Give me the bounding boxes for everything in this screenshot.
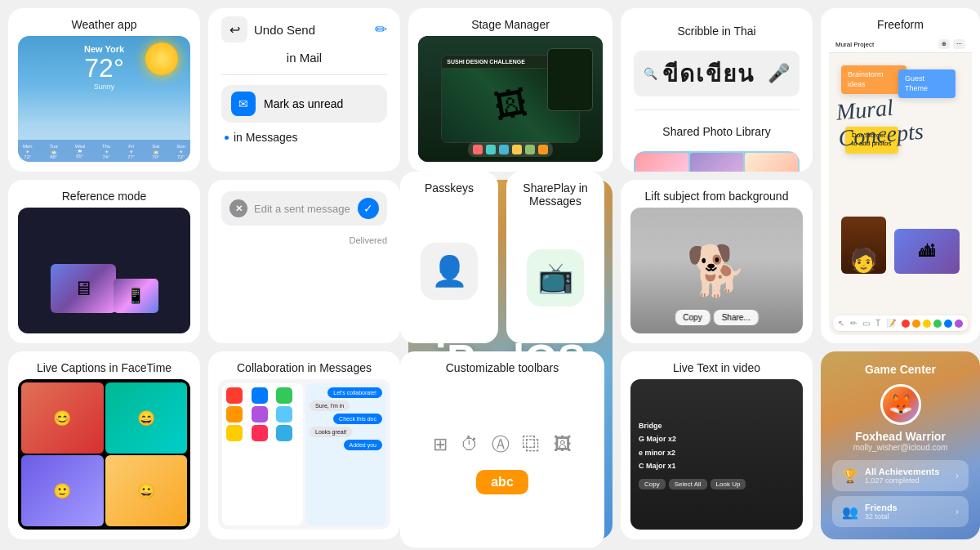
livetext-content: Bridge G Major x2 e minor x2 C Major x1 … (630, 379, 803, 530)
livetext-line1: Bridge (639, 419, 795, 432)
toolbar-icon-clock: ⏱ (461, 434, 479, 455)
scribble-search-bar: 🔍 ขีดเขียน 🎤 (634, 51, 800, 96)
ipad-icon: 📱 (127, 287, 145, 305)
sticky-note-orange[interactable]: Brainstorm ideas (841, 65, 906, 94)
freeform-btn-2[interactable]: ⋯ (953, 39, 965, 49)
weather-card: Weather app New York 72° Sunny Mon☀72° T… (8, 8, 200, 172)
collab-title: Collaboration in Messages (208, 351, 400, 379)
livetext-actions: Copy Select All Look Up (639, 479, 795, 490)
livetext-selectall-btn[interactable]: Select All (669, 479, 707, 490)
facetime-thumb-1: 😊 (21, 382, 104, 454)
achievements-icon: 🏆 (842, 468, 858, 484)
color-green[interactable] (933, 320, 942, 328)
photo-collage (634, 151, 800, 172)
lift-preview: 🐕 Copy Share... (630, 208, 803, 333)
game-friends-item[interactable]: 👥 Friends 32 total › (832, 496, 969, 527)
passkeys-toolbars-section: Passkeys 👤 SharePlay in Messages 📺 Custo… (400, 172, 604, 542)
toolbars-content: ⊞ ⏱ Ⓐ ⿻ 🖼 abc (400, 379, 604, 548)
color-blue[interactable] (944, 320, 952, 328)
collab-msg-sent-1: Let's collaborate! (327, 387, 382, 398)
collab-msg-recv-1: Sure, I'm in (310, 400, 350, 411)
weather-forecast-bar: Mon☀72° Tue⛅68° Wed🌧65° Thu☀74° Fri☀77° … (18, 140, 190, 162)
close-button[interactable]: ✕ (229, 199, 247, 217)
game-center-card: Game Center 🦊 Foxhead Warrior molly_wish… (821, 351, 980, 539)
friends-title: Friends (865, 503, 949, 512)
livetext-copy-btn[interactable]: Copy (639, 479, 666, 490)
mark-unread-icon: ✉ (231, 92, 256, 116)
weather-day-5: Fri☀77° (127, 144, 135, 159)
in-mail-label: in Mail (221, 51, 387, 65)
game-achievements-item[interactable]: 🏆 All Achievements 1,027 completed › (832, 460, 969, 491)
edit-sent-inner: ✕ Edit a sent message ✓ Delivered (208, 180, 400, 257)
reference-ipad: 📱 (114, 279, 158, 313)
tool-sticky[interactable]: 📝 (886, 319, 896, 328)
section-divider (634, 110, 800, 110)
person-thumbnail: 🧑 (841, 217, 886, 274)
collab-app-5 (252, 406, 268, 423)
in-messages-row: in Messages (221, 131, 387, 144)
color-purple[interactable] (955, 320, 963, 328)
livetext-preview: Bridge G Major x2 e minor x2 C Major x1 … (630, 379, 803, 530)
dog-emoji: 🐕 (686, 242, 747, 300)
confirm-button[interactable]: ✓ (358, 198, 379, 219)
share-btn[interactable]: Share... (714, 310, 759, 325)
passkeys-icon: 👤 (421, 243, 478, 300)
mark-unread-row[interactable]: ✉ Mark as unread (221, 85, 387, 123)
collab-msg-sent-2: Check this doc (333, 414, 382, 424)
game-avatar: 🦊 (880, 384, 921, 425)
freeform-photo-thumb: 🏙 (894, 229, 960, 274)
collab-app-9 (276, 425, 292, 441)
livetext-line4: C Major x1 (639, 459, 795, 472)
tool-cursor[interactable]: ↖ (838, 319, 844, 328)
monitor-icon: 🖥 (74, 277, 93, 300)
game-profile: 🦊 Foxhead Warrior molly_wisher@icloud.co… (832, 384, 969, 452)
freeform-handwriting: Mural Concepts (835, 88, 966, 151)
freeform-title: Freeform (821, 8, 980, 36)
freeform-btn-1[interactable]: ⊕ (938, 39, 950, 49)
livetext-lines: Bridge G Major x2 e minor x2 C Major x1 (639, 419, 795, 472)
lift-title: Lift subject from background (621, 180, 813, 208)
tool-shape[interactable]: ▭ (862, 319, 870, 328)
collab-apps-panel (222, 383, 303, 525)
collab-app-2 (252, 387, 268, 404)
color-orange[interactable] (912, 320, 920, 328)
undo-send-label: Undo Send (254, 23, 315, 37)
livetext-title: Live Text in video (621, 351, 813, 379)
achievements-sub: 1,027 completed (865, 476, 949, 485)
collab-card: Collaboration in Messages Let's col (208, 351, 400, 539)
friends-sub: 32 total (865, 512, 949, 521)
collab-messages-panel: Let's collaborate! Sure, I'm in Check th… (305, 383, 386, 525)
photo-thumb-content: 🏙 (894, 229, 960, 274)
blue-dot (225, 136, 229, 140)
freeform-canvas: Brainstorm ideas Guest Theme Don't forge… (829, 53, 972, 298)
weather-bar-row: Mon☀72° Tue⛅68° Wed🌧65° Thu☀74° Fri☀77° … (23, 143, 185, 160)
toolbars-card: Customizable toolbars ⊞ ⏱ Ⓐ ⿻ 🖼 abc (400, 351, 604, 548)
shareplay-card: SharePlay in Messages 📺 (506, 172, 604, 343)
facetime-thumb-3: 🙂 (21, 455, 104, 526)
tool-text[interactable]: T (875, 319, 880, 328)
edit-message-row[interactable]: ✕ Edit a sent message ✓ (221, 191, 387, 226)
color-red[interactable] (902, 320, 910, 328)
tool-pen[interactable]: ✏ (850, 319, 857, 328)
sticky-orange-text: Brainstorm ideas (848, 70, 884, 88)
game-inner: Game Center 🦊 Foxhead Warrior molly_wish… (821, 351, 980, 539)
weather-day-7: Sun☀72° (176, 144, 185, 159)
mark-unread-label: Mark as unread (264, 97, 343, 110)
weather-day-1: Mon☀72° (23, 144, 33, 159)
handwriting-text: Mural Concepts (835, 95, 924, 151)
facetime-preview: 😊 😄 🙂 😀 (18, 379, 190, 530)
reference-mode-card: Reference mode 🖥 📱 (8, 180, 200, 343)
freeform-card: Freeform Mural Project ⊕ ⋯ Brainstorm id… (821, 8, 980, 343)
game-player-email: molly_wisher@icloud.com (853, 443, 948, 452)
facetime-thumb-2: 😄 (105, 382, 188, 454)
collab-msg-recv-2: Looks great! (310, 427, 353, 437)
livetext-lookup-btn[interactable]: Look Up (710, 479, 746, 490)
copy-btn[interactable]: Copy (675, 310, 710, 325)
scribble-title: Scribble in Thai (677, 16, 755, 41)
toolbars-title: Customizable toolbars (400, 351, 604, 379)
thai-text: ขีดเขียน (662, 56, 755, 92)
toolbar-icon-copy: ⿻ (523, 434, 541, 455)
color-yellow[interactable] (923, 320, 931, 328)
weather-desc: Sunny (18, 83, 190, 91)
freeform-preview: Mural Project ⊕ ⋯ Brainstorm ideas Guest… (829, 36, 972, 335)
